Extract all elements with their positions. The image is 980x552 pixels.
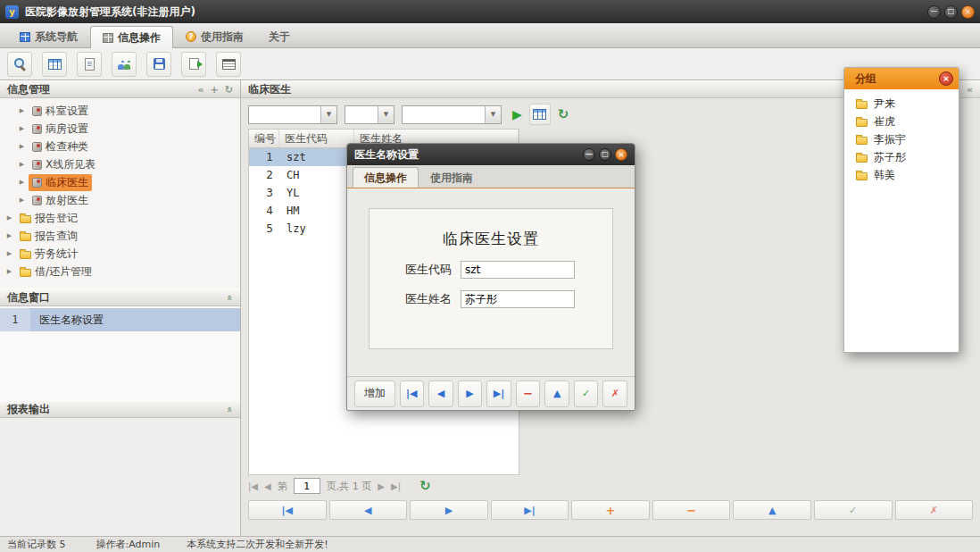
last-record-button[interactable]: ▶| [486, 381, 511, 407]
edit-record-button[interactable]: ▲ [544, 381, 569, 407]
tree-item-ward-settings[interactable]: ▶ 病房设置 [0, 120, 240, 138]
users-icon [117, 58, 131, 70]
save-confirm-button[interactable]: ✓ [574, 381, 599, 407]
add-button[interactable]: 增加 [354, 381, 395, 407]
page-number-input[interactable] [294, 478, 320, 494]
list-button[interactable] [216, 52, 241, 77]
advanced-filter-button[interactable] [529, 104, 551, 125]
table-view-button[interactable] [42, 52, 67, 77]
list-item-doctor-name-settings[interactable]: 1 医生名称设置 [0, 308, 240, 331]
dialog-minimize-button[interactable]: — [583, 148, 595, 161]
group-item[interactable]: 韩美 [844, 166, 959, 184]
last-record-button[interactable]: ▶| [491, 500, 569, 520]
previous-page-icon[interactable]: ◀ [264, 481, 271, 491]
expand-arrow-icon[interactable]: ▶ [5, 214, 13, 222]
save-button[interactable] [146, 52, 171, 77]
doctor-name-input[interactable] [461, 290, 575, 308]
window-blue-icon [20, 32, 30, 42]
tree-item-radiology-doctors[interactable]: ▶ 放射医生 [0, 191, 240, 209]
tree-item-labor-statistics[interactable]: ▶ 劳务统计 [0, 245, 240, 263]
filter-operator-select[interactable]: ▼ [345, 105, 394, 124]
tree-item-label: X线所见表 [46, 157, 96, 172]
expand-arrow-icon[interactable]: ▶ [5, 250, 13, 257]
search-button[interactable] [7, 52, 32, 77]
collapse-up-icon[interactable]: « [224, 406, 236, 412]
add-icon[interactable]: + [211, 84, 219, 96]
cancel-button[interactable]: ✗ [895, 500, 974, 520]
next-record-button[interactable]: ▶ [458, 381, 483, 407]
edit-record-button[interactable]: ▲ [733, 500, 811, 520]
next-page-icon[interactable]: ▶ [378, 481, 385, 491]
refresh-icon[interactable]: ↻ [558, 106, 569, 122]
tab-user-guide[interactable]: 使用指南 [173, 25, 256, 47]
tree-item-clinical-doctors[interactable]: ▶ 临床医生 [0, 173, 240, 191]
expand-arrow-icon[interactable]: ▶ [5, 268, 13, 275]
dialog-titlebar[interactable]: 医生名称设置 — □ × [347, 144, 635, 165]
previous-record-button[interactable]: ◀ [428, 381, 453, 407]
tree-item-film-borrow-return[interactable]: ▶ 借/还片管理 [0, 263, 240, 280]
dialog-tab-info-operations[interactable]: 信息操作 [353, 167, 419, 188]
dialog-tab-user-guide[interactable]: 使用指南 [419, 167, 485, 188]
expand-arrow-icon[interactable]: ▶ [18, 179, 26, 186]
tree-item-label: 科室设置 [46, 104, 88, 119]
chevron-down-icon[interactable]: ▼ [378, 106, 394, 123]
chevron-down-icon[interactable]: ▼ [485, 106, 501, 123]
window-controls: — □ × [927, 5, 975, 19]
expand-arrow-icon[interactable]: ▶ [18, 107, 26, 114]
tab-info-operations[interactable]: 信息操作 [90, 26, 173, 48]
close-button[interactable]: × [961, 5, 975, 19]
tree-item-department-settings[interactable]: ▶ 科室设置 [0, 102, 240, 120]
minimize-button[interactable]: — [927, 5, 941, 19]
group-item[interactable]: 李振宇 [844, 130, 959, 148]
tree-item-report-query[interactable]: ▶ 报告查询 [0, 227, 240, 245]
folder-icon [856, 119, 868, 127]
users-button[interactable] [112, 52, 137, 77]
first-page-icon[interactable]: |◀ [248, 481, 258, 491]
confirm-button[interactable]: ✓ [814, 500, 893, 520]
tree-item-report-registration[interactable]: ▶ 报告登记 [0, 209, 240, 227]
document-icon [85, 58, 95, 71]
cancel-button[interactable]: ✗ [602, 381, 627, 407]
group-item[interactable]: 尹来 [844, 95, 959, 113]
filter-field-select[interactable]: ▼ [248, 105, 337, 124]
expand-arrow-icon[interactable]: ▶ [5, 232, 13, 239]
first-record-button[interactable]: |◀ [400, 381, 425, 407]
previous-record-button[interactable]: ◀ [329, 500, 408, 520]
group-item[interactable]: 苏子彤 [844, 148, 959, 166]
doctor-code-input[interactable] [461, 261, 575, 279]
maximize-button[interactable]: □ [944, 5, 958, 19]
tab-about[interactable]: 关于 [256, 25, 303, 47]
delete-record-button[interactable]: − [516, 381, 541, 407]
next-record-button[interactable]: ▶ [410, 500, 488, 520]
chevron-down-icon[interactable]: ▼ [320, 106, 336, 123]
gear-icon [32, 142, 42, 152]
tab-system-navigation[interactable]: 系统导航 [7, 25, 90, 47]
collapse-right-panel-icon[interactable]: « [967, 84, 973, 96]
document-button[interactable] [77, 52, 102, 77]
dialog-maximize-button[interactable]: □ [599, 148, 611, 161]
collapse-panel-icon[interactable]: « [197, 84, 203, 96]
expand-arrow-icon[interactable]: ▶ [18, 161, 26, 168]
tree-item-exam-types[interactable]: ▶ 检查种类 [0, 138, 240, 155]
last-page-icon[interactable]: ▶| [391, 481, 401, 491]
export-icon [189, 58, 199, 70]
expand-arrow-icon[interactable]: ▶ [18, 143, 26, 150]
first-record-button[interactable]: |◀ [248, 500, 327, 520]
group-panel-close-button[interactable]: × [939, 71, 953, 86]
refresh-icon[interactable]: ↻ [225, 84, 233, 96]
column-header-doctor-code[interactable]: 医生代码 [279, 130, 354, 147]
filter-value-select[interactable]: ▼ [402, 105, 502, 124]
export-button[interactable] [181, 52, 206, 77]
run-query-icon[interactable]: ▶ [512, 107, 522, 121]
delete-record-button[interactable]: − [652, 500, 731, 520]
dialog-close-button[interactable]: × [615, 148, 627, 161]
collapse-up-icon[interactable]: « [224, 294, 236, 300]
tree-item-xray-findings[interactable]: ▶ X线所见表 [0, 155, 240, 173]
expand-arrow-icon[interactable]: ▶ [18, 197, 26, 204]
group-item[interactable]: 崔虎 [844, 113, 959, 130]
group-panel-header[interactable]: 分组 × [844, 68, 959, 89]
column-header-number[interactable]: 编号 [249, 130, 279, 147]
expand-arrow-icon[interactable]: ▶ [18, 125, 26, 132]
refresh-icon[interactable]: ↻ [419, 478, 431, 494]
add-record-button[interactable]: + [571, 500, 650, 520]
